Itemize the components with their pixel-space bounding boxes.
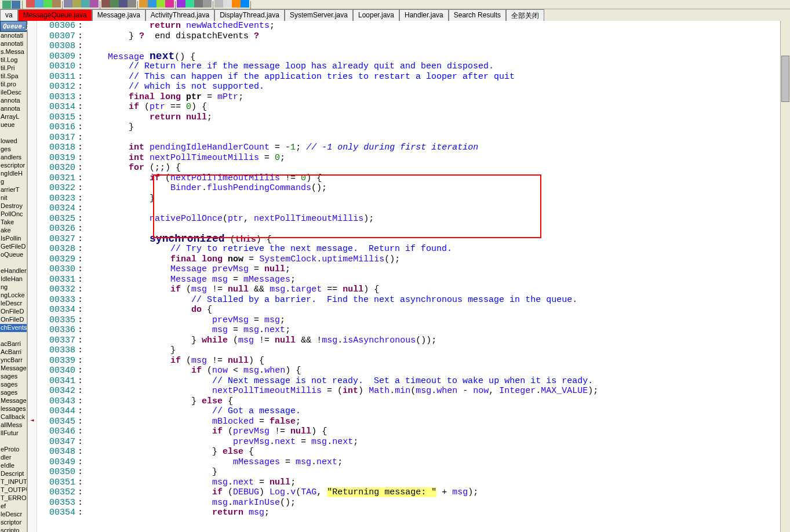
code-line[interactable]: 00318: int pendingIdleHandlerCount = -1;… (37, 143, 780, 153)
symbol-item[interactable]: Destroy (0, 202, 27, 210)
symbol-item[interactable]: scripto (0, 527, 27, 532)
tab-messagequeue-java[interactable]: MessageQueue.java (18, 9, 92, 21)
code-line[interactable]: 00354: return msg; (37, 508, 780, 518)
code-line[interactable]: 00339: if (msg != null) { (37, 356, 780, 366)
bookmark-icon[interactable] (119, 0, 128, 8)
code-line[interactable]: 00346: if (prevMsg != null) { (37, 427, 780, 437)
code-line[interactable]: 00307: } ? end dispatchEvents ? (37, 31, 780, 42)
symbol-item[interactable]: T_INPUT (0, 478, 27, 486)
redo-icon[interactable] (81, 0, 90, 8)
code-line[interactable]: 00337: } while (msg != null && !msg.isAs… (37, 336, 780, 346)
symbol-item[interactable]: T_OUTPU (0, 486, 27, 494)
find-icon[interactable] (64, 0, 72, 8)
symbol-item[interactable]: PollOnc (0, 210, 27, 218)
symbol-item[interactable]: annota (0, 105, 27, 113)
tab-activitythread-java[interactable]: ActivityThread.java (145, 9, 214, 21)
code-line[interactable]: 00317: (37, 133, 780, 143)
code-line[interactable]: 00310: // Return here if the message loo… (37, 61, 780, 72)
fwd-icon[interactable] (101, 0, 110, 8)
code-line[interactable]: 00314: if (ptr == 0) { (37, 102, 780, 112)
symbol-item[interactable] (0, 438, 27, 446)
code-line[interactable]: 00327: synchronized (this) { (37, 234, 780, 245)
symbol-item[interactable]: AcBarri (0, 348, 27, 356)
cut-icon[interactable] (43, 0, 52, 8)
symbol-item[interactable]: allMess (0, 421, 27, 429)
code-line[interactable]: 00340: if (now < msg.when) { (37, 366, 780, 376)
symbol-item[interactable]: IdleHan (0, 275, 27, 283)
symbol-item[interactable]: g (0, 178, 27, 186)
symbol-item[interactable]: dler (0, 454, 27, 462)
tab-displaythread-java[interactable]: DisplayThread.java (214, 9, 285, 21)
code-line[interactable]: 00342: nextPollTimeoutMillis = (int) Mat… (37, 386, 780, 396)
save-all-icon[interactable] (12, 1, 20, 9)
open-icon[interactable] (26, 0, 35, 8)
symbol-item[interactable]: ileDesc (0, 89, 27, 97)
code-line[interactable]: 00338: } (37, 345, 780, 356)
tab-message-java[interactable]: Message.java (92, 9, 145, 21)
symbol-item[interactable]: llFutur (0, 429, 27, 438)
symbol-item[interactable]: acBarri (0, 340, 27, 348)
symbol-item[interactable]: til.Spa (0, 72, 27, 81)
symbol-item[interactable]: OnFileD (0, 308, 27, 316)
symbol-item[interactable]: OnFileD (0, 316, 27, 324)
symbol-item[interactable]: IsPollin (0, 235, 27, 243)
symbol-item[interactable]: ueue (0, 121, 27, 129)
code-line[interactable]: 00333: // Stalled by a barrier. Find the… (37, 295, 780, 305)
symbol-item[interactable]: ngLocke (0, 291, 27, 300)
symbol-item[interactable]: til.Pri (0, 64, 27, 72)
symbol-item[interactable]: escriptor (0, 162, 27, 170)
symbol-item[interactable]: yncBarr (0, 356, 27, 365)
code-line[interactable]: 00311: // This can happen if the applica… (37, 72, 780, 82)
undo-icon[interactable] (72, 0, 81, 8)
code-line[interactable]: 00351: msg.next = null; (37, 478, 780, 488)
symbol-item[interactable]: annotati (0, 40, 27, 48)
symbol-item[interactable]: Callback (0, 413, 27, 421)
code-line[interactable]: 00335: prevMsg = msg; (37, 315, 780, 326)
symbol-item[interactable]: s.Messa (0, 48, 27, 56)
code-line[interactable]: 00320: for (;;) { (37, 163, 780, 173)
code-line[interactable]: 00347: prevMsg.next = msg.next; (37, 437, 780, 447)
copy-icon[interactable] (35, 0, 43, 8)
code-line[interactable]: 00349: mMessages = msg.next; (37, 457, 780, 468)
symbol-item[interactable]: ng (0, 283, 27, 291)
refresh-icon[interactable] (223, 0, 232, 8)
code-line[interactable]: 00319: int nextPollTimeoutMillis = 0; (37, 153, 780, 163)
symbol-item[interactable]: Take (0, 218, 27, 227)
symbol-item[interactable]: eHandler (0, 267, 27, 275)
code-line[interactable]: 00341: // Next message is not ready. Set… (37, 376, 780, 387)
code-line[interactable]: 00328: // Try to retrieve the next messa… (37, 244, 780, 254)
tab-va[interactable]: va (0, 9, 18, 21)
symbol-item[interactable] (0, 332, 27, 340)
code-line[interactable]: 00331: Message msg = mMessages; (37, 275, 780, 285)
symbol-item[interactable]: sages (0, 389, 27, 397)
up-icon[interactable] (110, 0, 119, 8)
code-line[interactable]: 00343: } else { (37, 396, 780, 407)
symbol-list[interactable]: annotatiannotatis.Messatil.Logtil.Pritil… (0, 32, 27, 532)
vertical-scrollbar[interactable] (780, 21, 790, 532)
paste-icon[interactable] (52, 0, 61, 8)
symbol-item[interactable]: ArrayL (0, 113, 27, 121)
code-line[interactable]: 00309: Message next() { (37, 52, 780, 62)
code-line[interactable]: 00323: } (37, 194, 780, 204)
code-line[interactable]: 00344: // Got a message. (37, 406, 780, 417)
back-icon[interactable] (90, 0, 99, 8)
code-line[interactable]: 00345: mBlocked = false; (37, 417, 780, 427)
save-icon[interactable] (2, 1, 11, 9)
symbol-item[interactable]: T_ERROR (0, 494, 27, 502)
wrap-icon[interactable] (203, 0, 212, 8)
net-icon[interactable] (241, 0, 249, 8)
code-line[interactable]: 00316: } (37, 122, 780, 133)
code-line[interactable]: 00330: Message prevMsg = null; (37, 264, 780, 275)
symbol-item[interactable]: ake (0, 227, 27, 235)
code-line[interactable]: 00353: msg.markInUse(); (37, 498, 780, 508)
lock-icon[interactable] (232, 0, 241, 8)
symbol-item[interactable]: leDescr (0, 300, 27, 308)
scrollbar-thumb[interactable] (781, 56, 789, 102)
code-line[interactable]: 00350: } (37, 467, 780, 478)
symbol-item[interactable]: Message (0, 365, 27, 373)
symbol-item[interactable]: andlers (0, 154, 27, 162)
symbol-item[interactable] (0, 129, 27, 137)
symbol-item[interactable]: sages (0, 381, 27, 389)
list2-icon[interactable] (185, 0, 194, 8)
code-line[interactable]: 00312: // which is not supported. (37, 82, 780, 92)
